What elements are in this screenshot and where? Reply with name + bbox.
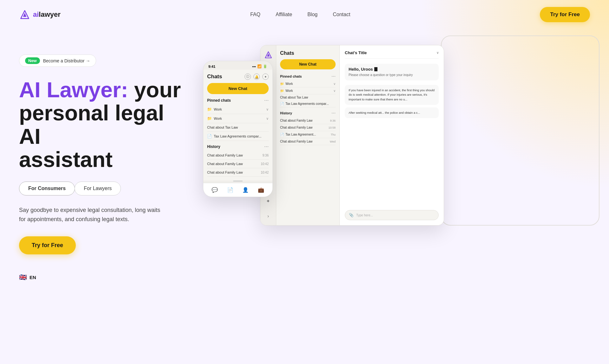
chat-response-2: After seeking medical att... the police … (345, 107, 439, 118)
desktop-h1-label: Chat about Family Law (280, 119, 312, 122)
mobile-pinned-item-1[interactable]: 📁 Work ∨ (207, 105, 269, 114)
desktop-pinned-item-2[interactable]: 📁 Work ∨ (280, 87, 336, 94)
desktop-work-2: Work (285, 89, 293, 93)
mobile-home-indicator (233, 181, 243, 182)
flag-icon: 🇬🇧 (19, 273, 27, 281)
hero-description: Say goodbye to expensive legal consultat… (19, 206, 165, 224)
desktop-pinned-menu[interactable]: ⋯ (331, 74, 336, 79)
bottom-briefcase-icon[interactable]: 💼 (258, 187, 264, 193)
desktop-chevron-2: ∨ (333, 89, 336, 93)
history-2-label: Chat about Family Law (207, 162, 243, 166)
desktop-work-1: Work (285, 82, 293, 86)
badge-distributor-text: Become a Distributor → (43, 58, 90, 63)
desktop-doc-icon: 📄 (280, 102, 284, 105)
mobile-history-header: History ⋯ (207, 144, 269, 149)
chat-greeting-bubble: Hello, Uroos Please choose a question or… (345, 64, 439, 80)
desktop-history-item-2[interactable]: Chat about Family Law 10:58 (280, 124, 336, 131)
info-icon[interactable]: ⓘ (245, 73, 251, 80)
desktop-h4-time: Wed (330, 140, 336, 143)
wifi-icon: 📶 (257, 64, 262, 68)
mobile-chats-title-text: Chats (207, 73, 222, 80)
mobile-pinned-doc[interactable]: 📄 Tax Law Agreements compar... (207, 132, 269, 141)
mobile-pinned-item-2[interactable]: 📁 Work ∨ (207, 114, 269, 123)
desktop-chats-panel: Chats New Chat Pinned chats ⋯ 📁 Work ∨ 📁 (276, 45, 340, 225)
mobile-mockup: 9:41 ▪▪▪ 📶 🔋 Chats ⓘ 🔔 ✦ New Chat (203, 61, 273, 197)
hero-left: New Become a Distributor → AI Lawyer: yo… (19, 42, 184, 281)
audience-toggle-group: For Consumers For Lawyers (19, 182, 184, 195)
desktop-history-header: History ⋯ (280, 111, 336, 115)
desktop-history-menu[interactable]: ⋯ (331, 111, 336, 115)
try-free-nav-button[interactable]: Try for Free (540, 7, 590, 22)
promo-badge[interactable]: New Become a Distributor → (19, 54, 96, 67)
sidebar-expand-icon[interactable]: › (264, 211, 273, 220)
mobile-history-label: History (207, 144, 220, 149)
bottom-chat-icon[interactable]: 💬 (212, 187, 218, 193)
nav-affiliate[interactable]: Affiliate (276, 12, 292, 17)
try-free-hero-button[interactable]: Try for Free (19, 236, 76, 254)
language-switcher[interactable]: 🇬🇧 EN (19, 273, 184, 281)
desktop-doc-icon-h3: 📄 (280, 133, 284, 136)
chat-response-1: If you have been injured in an accident,… (345, 85, 439, 105)
logo-icon (19, 9, 30, 20)
desktop-folder-icon-2: 📁 (280, 89, 284, 93)
desktop-history-item-4[interactable]: Chat about Family Law Wed (280, 138, 336, 145)
desktop-h1-time: 9:36 (330, 119, 336, 122)
mobile-pinned-header: Pinned chats ⋯ (207, 98, 269, 103)
mobile-history-item-3[interactable]: Chat about Family Law 10:42 (207, 168, 269, 177)
mobile-pinned-tax-law[interactable]: Chat about Tax Law (207, 123, 269, 132)
chat-greeting-name: Hello, Uroos (349, 67, 435, 72)
desktop-h4-label: Chat about Family Law (280, 140, 312, 143)
hero-section: New Become a Distributor → AI Lawyer: yo… (0, 29, 609, 314)
mobile-pinned-label: Pinned chats (207, 98, 231, 103)
desktop-history-label: History (280, 111, 292, 115)
hero-mockups: 9:41 ▪▪▪ 📶 🔋 Chats ⓘ 🔔 ✦ New Chat (203, 42, 590, 248)
mobile-history-item-2[interactable]: Chat about Family Law 10:42 (207, 160, 269, 168)
sidebar-settings-icon[interactable]: ✦ (264, 197, 273, 206)
desktop-tax-law-plain[interactable]: Chat about Tax Law (280, 94, 336, 100)
new-chat-desktop-button[interactable]: New Chat (280, 59, 336, 69)
mobile-pinned-work-1: Work (214, 107, 222, 111)
signal-icon: ▪▪▪ (252, 65, 256, 68)
desktop-pinned-doc[interactable]: 📄 Tax Law Agreements compar... (280, 100, 336, 107)
nav-blog[interactable]: Blog (307, 12, 318, 17)
chat-title-chevron[interactable]: ∨ (436, 51, 439, 54)
folder-icon-2: 📁 (207, 116, 212, 121)
for-consumers-button[interactable]: For Consumers (19, 182, 75, 195)
desktop-pinned-header: Pinned chats ⋯ (280, 74, 336, 79)
doc-icon: 📄 (207, 134, 212, 138)
chevron-icon-1: ∨ (266, 107, 269, 112)
mobile-status-bar: 9:41 ▪▪▪ 📶 🔋 (203, 61, 272, 70)
nav-contact[interactable]: Contact (333, 12, 350, 17)
chat-title-text: Chat's Title (345, 50, 367, 55)
mobile-chats-header: Chats ⓘ 🔔 ✦ (207, 73, 269, 80)
desktop-chevron-1: ∨ (333, 82, 336, 86)
mobile-pinned-menu[interactable]: ⋯ (264, 98, 269, 103)
battery-icon: 🔋 (263, 64, 267, 68)
bottom-user-icon[interactable]: 👤 (242, 187, 249, 193)
mobile-status-icons: ▪▪▪ 📶 🔋 (252, 64, 267, 68)
new-chat-mobile-button[interactable]: New Chat (207, 83, 269, 94)
desktop-chats-title: Chats (280, 50, 336, 56)
for-lawyers-button[interactable]: For Lawyers (75, 182, 121, 195)
chat-input-placeholder: Type here... (356, 214, 435, 217)
mobile-header-icons: ⓘ 🔔 ✦ (245, 73, 269, 80)
badge-new-label: New (25, 57, 40, 64)
history-1-label: Chat about Family Law (207, 153, 243, 157)
desktop-history-item-1[interactable]: Chat about Family Law 9:36 (280, 117, 336, 124)
mobile-history-menu[interactable]: ⋯ (264, 144, 269, 149)
nav-links: FAQ Affiliate Blog Contact (250, 12, 350, 17)
desktop-pinned-item-1[interactable]: 📁 Work ∨ (280, 80, 336, 87)
bottom-doc-icon[interactable]: 📄 (227, 187, 233, 193)
bell-icon[interactable]: 🔔 (253, 73, 260, 80)
desktop-h2-time: 10:58 (328, 126, 336, 129)
nav-faq[interactable]: FAQ (250, 12, 260, 17)
chat-input-bar: 📎 Type here... (345, 210, 439, 220)
hero-title: AI Lawyer: yourpersonal legal AIassistan… (19, 78, 184, 171)
mobile-history-item-1[interactable]: Chat about Family Law 9:36 (207, 151, 269, 160)
desktop-pinned-label: Pinned chats (280, 74, 302, 78)
desktop-history-item-3[interactable]: 📄 Tax Law Agreement... Thu (280, 131, 336, 138)
sidebar-logo-icon (264, 50, 273, 59)
logo-link[interactable]: ailawyer (19, 9, 61, 20)
settings-icon[interactable]: ✦ (262, 73, 269, 80)
attach-icon[interactable]: 📎 (349, 213, 354, 217)
